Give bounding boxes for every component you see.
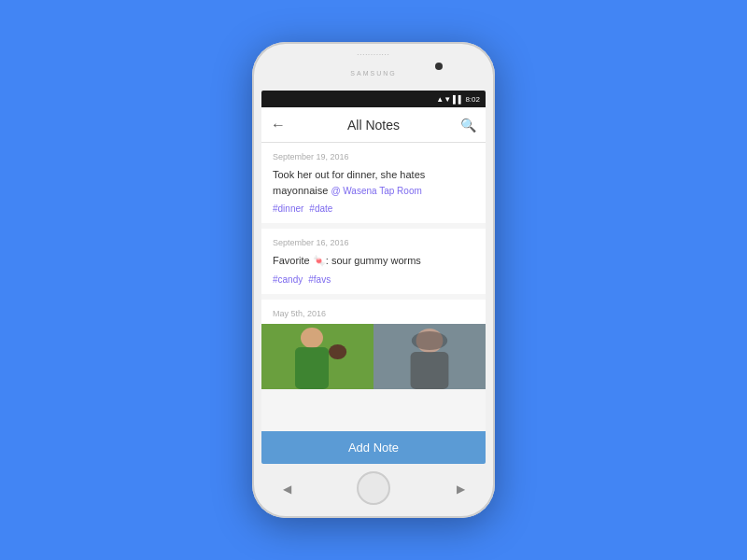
- note-tags-2: #candy #favs: [273, 274, 474, 285]
- note-date-3: May 5th, 2016: [261, 300, 486, 318]
- svg-point-3: [329, 344, 346, 359]
- nav-back-icon[interactable]: ◀: [278, 481, 295, 497]
- note-images: [261, 324, 486, 389]
- signal-icon: ▌▌: [453, 95, 463, 104]
- phone-device: ············ SAMSUNG ▲▼ ▌▌ 8:02 ← All No…: [252, 42, 495, 518]
- svg-point-1: [301, 328, 323, 348]
- note-date-2: September 16, 2016: [273, 238, 474, 247]
- wifi-icon: ▲▼: [436, 95, 451, 104]
- search-icon[interactable]: 🔍: [460, 118, 476, 133]
- note-text-1: Took her out for dinner, she hates mayon…: [273, 167, 474, 198]
- note-date-1: September 19, 2016: [273, 152, 474, 161]
- note-card-3[interactable]: May 5th, 2016: [261, 300, 486, 389]
- phone-speaker: ············: [357, 51, 389, 58]
- back-button[interactable]: ←: [271, 117, 286, 133]
- nav-right-dots: ▶: [452, 481, 469, 497]
- note-tags-1: #dinner #date: [273, 203, 474, 214]
- note-tag-candy[interactable]: #candy: [273, 274, 303, 285]
- add-note-button[interactable]: Add Note: [261, 431, 486, 464]
- notes-list: September 19, 2016 Took her out for dinn…: [261, 143, 486, 431]
- svg-point-7: [412, 331, 447, 350]
- status-icons: ▲▼ ▌▌ 8:02: [436, 95, 480, 104]
- note-text-2: Favorite 🍬: sour gummy worms: [273, 253, 474, 269]
- note-card-2[interactable]: September 16, 2016 Favorite 🍬: sour gumm…: [261, 229, 486, 294]
- home-button[interactable]: [357, 471, 390, 505]
- note-tag-date[interactable]: #date: [309, 203, 332, 214]
- note-link-1[interactable]: @ Wasena Tap Room: [331, 186, 421, 196]
- svg-rect-6: [411, 352, 449, 389]
- note-tag-favs[interactable]: #favs: [308, 274, 331, 285]
- note-tag-dinner[interactable]: #dinner: [273, 203, 303, 214]
- status-time: 8:02: [465, 95, 480, 104]
- note-card-1[interactable]: September 19, 2016 Took her out for dinn…: [261, 143, 486, 223]
- note-image-right: [374, 324, 486, 389]
- phone-camera: [435, 63, 443, 70]
- nav-left-dots: ◀: [278, 481, 295, 497]
- header-title: All Notes: [347, 118, 400, 133]
- svg-rect-2: [295, 347, 329, 389]
- nav-recent-icon[interactable]: ▶: [452, 481, 469, 497]
- note-image-left: [261, 324, 374, 389]
- phone-screen: ▲▼ ▌▌ 8:02 ← All Notes 🔍 September 19, 2…: [261, 91, 486, 464]
- app-header: ← All Notes 🔍: [261, 107, 486, 143]
- status-bar: ▲▼ ▌▌ 8:02: [261, 91, 486, 107]
- brand-label: SAMSUNG: [350, 70, 396, 77]
